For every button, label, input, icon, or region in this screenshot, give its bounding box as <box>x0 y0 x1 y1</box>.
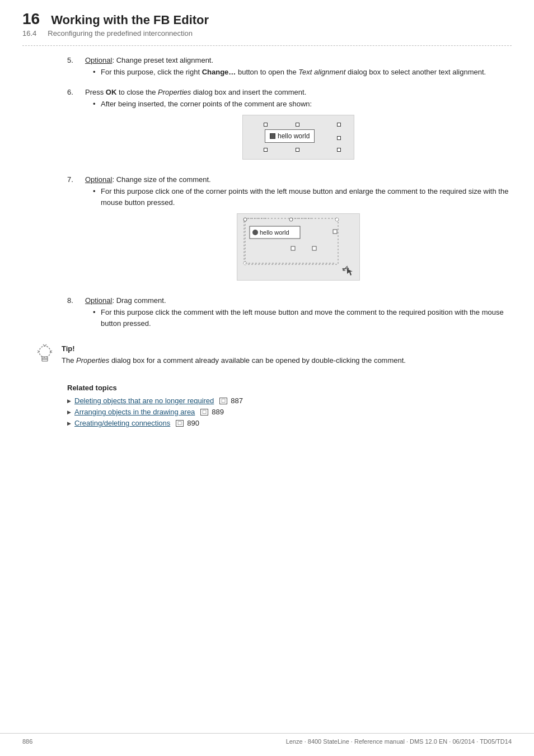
step-8-label: Optional: Drag comment. <box>85 296 512 305</box>
diagram-2-svg: hello world <box>240 215 357 279</box>
sub-section-number: 16.4 <box>22 29 36 38</box>
diagram-1-inner: hello world <box>254 120 343 154</box>
related-topic-2-page-icon: ☐ <box>200 409 208 416</box>
svg-point-4 <box>252 230 258 235</box>
step-6-label: Press OK to close the Properties dialog … <box>85 88 512 96</box>
related-topics: Related topics Deleting objects that are… <box>67 384 512 427</box>
chapter-number: 16 <box>22 10 40 28</box>
related-topic-2-page: 889 <box>212 408 224 416</box>
sub-section-title: Reconfiguring the predefined interconnec… <box>48 29 193 38</box>
related-topic-3-page-icon: ☐ <box>176 420 184 427</box>
step-8-bullet-1: For this purpose click the comment with … <box>93 307 512 329</box>
tip-text: The Properties dialog box for a comment … <box>62 355 406 366</box>
header-separator <box>22 45 512 46</box>
step-6-bullets: After being inserted, the corner points … <box>93 99 512 110</box>
step-7-number: 7. <box>67 175 79 288</box>
related-topic-1-page-icon: ☐ <box>219 398 227 404</box>
step-7-bullets: For this purpose click one of the corner… <box>93 186 512 208</box>
svg-line-20 <box>45 344 46 346</box>
svg-rect-11 <box>291 246 295 250</box>
corner-sq-tm <box>296 123 299 127</box>
step-8-content: Optional: Drag comment. For this purpose… <box>85 296 512 331</box>
step-5-number: 5. <box>67 56 79 80</box>
step-5-label: Optional: Change preset text alignment. <box>85 56 512 64</box>
tip-box: Tip! The Properties dialog box for a com… <box>34 344 512 368</box>
step-5-bullet-1: For this purpose, click the right Change… <box>93 67 512 78</box>
tip-content: Tip! The Properties dialog box for a com… <box>62 344 406 366</box>
related-topic-2: Arranging objects in the drawing area ☐ … <box>67 408 512 416</box>
step-6-bullet-1: After being inserted, the corner points … <box>93 99 512 110</box>
diagram-2: hello world <box>237 213 360 281</box>
page-footer: 886 Lenze · 8400 StateLine · Reference m… <box>0 733 534 745</box>
step-6: 6. Press OK to close the Properties dial… <box>67 88 512 168</box>
step-5: 5. Optional: Change preset text alignmen… <box>67 56 512 80</box>
page-header: 16 Working with the FB Editor 16.4 Recon… <box>0 0 534 38</box>
step-8-number: 8. <box>67 296 79 331</box>
svg-point-7 <box>289 218 293 221</box>
step-7-label: Optional: Change size of the comment. <box>85 175 512 184</box>
svg-line-22 <box>38 352 39 353</box>
step-7-bullet-1: For this purpose click one of the corner… <box>93 186 512 208</box>
related-topics-title: Related topics <box>67 384 512 392</box>
hw-icon <box>270 133 275 139</box>
svg-rect-9 <box>333 230 337 234</box>
related-topic-3: Creating/deleting connections ☐ 890 <box>67 419 512 427</box>
hw-text: hello world <box>278 132 310 140</box>
corner-sq-bl <box>264 148 268 152</box>
svg-point-8 <box>335 218 339 221</box>
related-topic-1-link[interactable]: Deleting objects that are no longer requ… <box>74 396 214 405</box>
related-topic-3-link[interactable]: Creating/deleting connections <box>74 419 170 427</box>
corner-sq-bm <box>296 148 299 152</box>
step-8-optional: Optional <box>85 296 112 305</box>
svg-point-18 <box>39 346 50 357</box>
chapter-title: Working with the FB Editor <box>51 13 209 27</box>
related-topic-1: Deleting objects that are no longer requ… <box>67 396 512 405</box>
footer-page-number: 886 <box>22 738 32 745</box>
svg-text:hello world: hello world <box>260 229 289 236</box>
step-7-content: Optional: Change size of the comment. Fo… <box>85 175 512 288</box>
step-7-optional: Optional <box>85 175 112 184</box>
tip-icon <box>34 343 56 368</box>
related-topic-3-label: Creating/deleting connections <box>74 419 170 427</box>
step-5-content: Optional: Change preset text alignment. … <box>85 56 512 80</box>
related-topic-3-page: 890 <box>187 419 199 427</box>
page: 16 Working with the FB Editor 16.4 Recon… <box>0 0 534 756</box>
corner-sq-tl <box>264 123 268 127</box>
step-6-content: Press OK to close the Properties dialog … <box>85 88 512 168</box>
step-7: 7. Optional: Change size of the comment.… <box>67 175 512 288</box>
hello-world-box: hello world <box>265 129 315 143</box>
diagram-1: hello world <box>242 115 354 160</box>
related-topic-2-label: Arranging objects in the drawing area <box>74 408 195 416</box>
corner-sq-br <box>337 148 341 152</box>
step-6-number: 6. <box>67 88 79 168</box>
diagram-2-wrapper: hello world <box>85 213 512 281</box>
step-8-bullets: For this purpose click the comment with … <box>93 307 512 329</box>
step-5-optional: Optional <box>85 56 112 64</box>
related-topic-2-link[interactable]: Arranging objects in the drawing area <box>74 408 195 416</box>
diagram-1-wrapper: hello world <box>85 115 512 160</box>
step-8: 8. Optional: Drag comment. For this purp… <box>67 296 512 331</box>
related-topic-1-label: Deleting objects that are no longer requ… <box>74 396 214 405</box>
corner-sq-mr <box>337 136 341 140</box>
tip-title: Tip! <box>62 344 406 353</box>
footer-doc-info: Lenze · 8400 StateLine · Reference manua… <box>286 738 512 745</box>
svg-rect-12 <box>312 246 316 250</box>
step-5-bullets: For this purpose, click the right Change… <box>93 67 512 78</box>
corner-sq-tr <box>337 123 341 127</box>
svg-rect-0 <box>244 218 338 264</box>
main-content: 5. Optional: Change preset text alignmen… <box>0 56 534 452</box>
related-topics-list: Deleting objects that are no longer requ… <box>67 396 512 427</box>
related-topic-1-page: 887 <box>231 396 243 405</box>
